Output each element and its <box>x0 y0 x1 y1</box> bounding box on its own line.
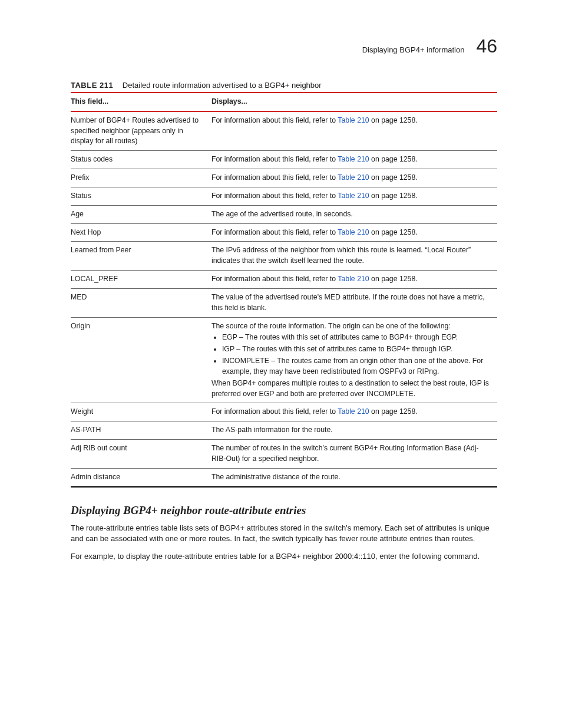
table-row: Origin The source of the route informati… <box>71 317 497 403</box>
displays-cell: For information about this field, refer … <box>211 271 497 289</box>
displays-cell: The age of the advertised route, in seco… <box>211 205 497 223</box>
displays-cell: The number of routes in the switch's cur… <box>211 440 497 469</box>
displays-cell: The AS-path information for the route. <box>211 421 497 440</box>
table-row: Age The age of the advertised route, in … <box>71 205 497 223</box>
page-header: Displaying BGP4+ information 46 <box>71 35 497 57</box>
displays-cell: For information about this field, refer … <box>211 403 497 421</box>
table-row: Number of BGP4+ Routes advertised to spe… <box>71 111 497 151</box>
field-cell: AS-PATH <box>71 421 211 440</box>
origin-item: IGP – The routes with this set of attrib… <box>222 344 491 355</box>
table-row: Adj RIB out count The number of routes i… <box>71 440 497 469</box>
table-row: Learned from Peer The IPv6 address of th… <box>71 242 497 271</box>
field-cell: Weight <box>71 403 211 421</box>
table-row: Status codes For information about this … <box>71 151 497 169</box>
field-cell: Admin distance <box>71 468 211 486</box>
table-caption: TABLE 211 Detailed route information adv… <box>71 81 497 90</box>
field-cell: Next Hop <box>71 223 211 242</box>
displays-cell: For information about this field, refer … <box>211 169 497 187</box>
table-xref[interactable]: Table 210 <box>338 155 369 163</box>
section-heading: Displaying BGP4+ neighbor route-attribut… <box>71 504 497 517</box>
field-cell: Learned from Peer <box>71 242 211 271</box>
displays-cell: The administrative distance of the route… <box>211 468 497 486</box>
col-field: This field... <box>71 93 211 111</box>
table-header-row: This field... Displays... <box>71 93 497 111</box>
origin-item: EGP – The routes with this set of attrib… <box>222 332 491 343</box>
displays-cell: For information about this field, refer … <box>211 187 497 205</box>
chapter-number: 46 <box>476 35 497 57</box>
displays-cell: For information about this field, refer … <box>211 223 497 242</box>
table-row: LOCAL_PREF For information about this fi… <box>71 271 497 289</box>
displays-cell: The IPv6 address of the neighbor from wh… <box>211 242 497 271</box>
field-cell: MED <box>71 288 211 317</box>
table-label: TABLE 211 <box>71 81 120 90</box>
displays-cell: The source of the route information. The… <box>211 317 497 403</box>
table-title: Detailed route information advertised to… <box>123 81 322 90</box>
origin-intro: The source of the route information. The… <box>211 321 491 332</box>
route-info-table: This field... Displays... Number of BGP4… <box>71 92 497 487</box>
body-paragraph: The route-attribute entries table lists … <box>71 523 497 544</box>
field-cell: Status <box>71 187 211 205</box>
table-row: Next Hop For information about this fiel… <box>71 223 497 242</box>
displays-cell: The value of the advertised route's MED … <box>211 288 497 317</box>
origin-list: EGP – The routes with this set of attrib… <box>222 332 491 377</box>
table-xref[interactable]: Table 210 <box>338 275 369 283</box>
table-row: AS-PATH The AS-path information for the … <box>71 421 497 440</box>
col-displays: Displays... <box>211 93 497 111</box>
table-xref[interactable]: Table 210 <box>338 116 369 124</box>
running-header: Displaying BGP4+ information <box>362 45 465 54</box>
table-xref[interactable]: Table 210 <box>338 173 369 182</box>
field-cell: Prefix <box>71 169 211 187</box>
origin-item: INCOMPLETE – The routes came from an ori… <box>222 356 491 377</box>
table-row: MED The value of the advertised route's … <box>71 288 497 317</box>
table-xref[interactable]: Table 210 <box>338 228 369 236</box>
table-row: Status For information about this field,… <box>71 187 497 205</box>
field-cell: Origin <box>71 317 211 403</box>
table-xref[interactable]: Table 210 <box>338 407 369 416</box>
page: Displaying BGP4+ information 46 TABLE 21… <box>0 0 562 604</box>
displays-cell: For information about this field, refer … <box>211 151 497 169</box>
field-cell: Adj RIB out count <box>71 440 211 469</box>
field-cell: Status codes <box>71 151 211 169</box>
field-cell: LOCAL_PREF <box>71 271 211 289</box>
table-row: Prefix For information about this field,… <box>71 169 497 187</box>
table-row: Weight For information about this field,… <box>71 403 497 421</box>
field-cell: Number of BGP4+ Routes advertised to spe… <box>71 111 211 151</box>
table-row: Admin distance The administrative distan… <box>71 468 497 486</box>
field-cell: Age <box>71 205 211 223</box>
origin-outro: When BGP4+ compares multiple routes to a… <box>211 378 491 400</box>
table-xref[interactable]: Table 210 <box>338 192 369 200</box>
displays-cell: For information about this field, refer … <box>211 111 497 151</box>
body-paragraph: For example, to display the route-attrib… <box>71 551 497 562</box>
